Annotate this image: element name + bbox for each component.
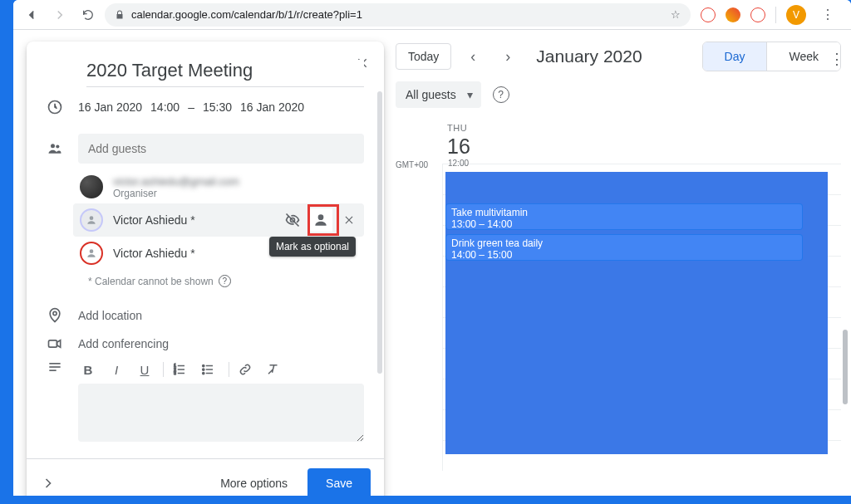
calendar-hidden-note: * Calendar cannot be shown	[88, 276, 214, 287]
start-date[interactable]: 16 Jan 2020	[78, 100, 142, 114]
numbered-list-button[interactable]: 123	[172, 362, 192, 377]
add-conferencing-button[interactable]: Add conferencing	[78, 337, 169, 350]
calendar-title: January 2020	[536, 46, 642, 66]
svg-point-1	[51, 144, 55, 148]
day-view-button[interactable]: Day	[703, 42, 768, 71]
ext-icon-1[interactable]	[701, 7, 716, 22]
guest-filter-dropdown[interactable]: All guests ▾	[396, 81, 481, 108]
prev-day-button[interactable]: ‹	[460, 48, 486, 66]
guest1-avatar	[80, 208, 103, 232]
bookmark-star-icon[interactable]: ☆	[671, 8, 681, 21]
clear-formatting-button[interactable]	[266, 362, 286, 377]
guest-row-2[interactable]: Victor Ashiedu *	[73, 237, 364, 270]
ext-icon-2[interactable]	[726, 7, 740, 22]
mark-optional-icon[interactable]	[309, 208, 332, 232]
browser-toolbar: calendar.google.com/calendar/b/1/r/creat…	[13, 0, 851, 30]
remove-guest-icon[interactable]	[337, 208, 361, 232]
svg-point-21	[203, 365, 204, 366]
expand-event-button[interactable]	[40, 475, 57, 492]
next-day-button[interactable]: ›	[494, 48, 521, 66]
svg-point-23	[203, 372, 204, 374]
svg-point-3	[90, 216, 94, 220]
view-toggle: Day Week	[702, 42, 841, 71]
browser-window: calendar.google.com/calendar/b/1/r/creat…	[13, 0, 851, 496]
description-icon	[43, 359, 66, 375]
organiser-avatar	[80, 175, 103, 198]
profile-avatar[interactable]: V	[786, 5, 806, 25]
clock-icon	[43, 99, 66, 115]
extension-icons: V ⋮	[696, 3, 844, 27]
svg-point-6	[90, 249, 94, 253]
svg-point-22	[203, 369, 204, 370]
guest-organiser[interactable]: victor.ashiedu@gmail.com Organiser	[73, 170, 364, 203]
people-icon	[43, 140, 66, 157]
italic-button[interactable]: I	[106, 363, 126, 377]
location-icon	[43, 307, 66, 324]
organiser-role: Organiser	[113, 188, 239, 199]
event-drink-green-tea[interactable]: Drink green tea daily 14:00 – 15:00	[445, 234, 803, 261]
more-menu-icon[interactable]: ⋮	[829, 50, 844, 68]
calendar-scrollbar[interactable]	[843, 330, 848, 404]
day-number: 16	[447, 135, 841, 159]
save-button[interactable]: Save	[307, 468, 371, 497]
address-bar[interactable]: calendar.google.com/calendar/b/1/r/creat…	[105, 3, 691, 27]
underline-button[interactable]: U	[135, 363, 155, 377]
svg-point-5	[318, 214, 324, 220]
hide-guest-icon[interactable]	[281, 208, 304, 232]
guest1-name: Victor Ashiedu *	[113, 213, 195, 227]
forward-button[interactable]	[48, 3, 71, 27]
add-guests-input[interactable]	[78, 134, 364, 164]
panel-scrollbar[interactable]	[377, 91, 382, 374]
svg-rect-8	[49, 340, 57, 347]
today-button[interactable]: Today	[396, 43, 451, 70]
svg-text:3: 3	[174, 371, 176, 375]
svg-point-2	[56, 144, 59, 148]
reload-button[interactable]	[76, 3, 100, 27]
event-take-multivitamin[interactable]: Take multivitamin 13:00 – 14:00	[445, 203, 803, 230]
event-quick-create-panel: 16 Jan 2020 14:00 – 15:30 16 Jan 2020	[27, 42, 384, 496]
description-textarea[interactable]	[78, 384, 364, 442]
help-icon[interactable]: ?	[219, 275, 231, 287]
hour-grid[interactable]: GMT+00 12:00 13:00 14:00 15:00 16:00 17:…	[396, 164, 841, 471]
calendar-day-view: ⋮ Today ‹ › January 2020 Day Week All gu…	[396, 37, 841, 496]
start-time[interactable]: 14:00	[150, 100, 180, 114]
end-time[interactable]: 15:30	[203, 100, 232, 114]
guest2-name: Victor Ashiedu *	[113, 247, 195, 260]
back-button[interactable]	[20, 3, 43, 27]
url-text: calendar.google.com/calendar/b/1/r/creat…	[131, 8, 362, 21]
add-location-button[interactable]: Add location	[78, 309, 142, 322]
schedule-help-icon[interactable]: ?	[493, 86, 509, 103]
bullet-list-button[interactable]	[200, 362, 220, 377]
toolbar-divider	[775, 7, 776, 23]
lock-icon	[115, 9, 125, 21]
bold-button[interactable]: B	[78, 363, 98, 377]
guest2-avatar	[80, 242, 103, 265]
browser-menu-icon[interactable]: ⋮	[816, 3, 839, 27]
day-of-week: THU	[447, 123, 841, 133]
svg-point-7	[53, 311, 57, 315]
ext-icon-3[interactable]	[750, 7, 765, 22]
video-icon	[43, 335, 66, 352]
organiser-email: victor.ashiedu@gmail.com	[113, 175, 239, 188]
event-title-input[interactable]	[86, 60, 364, 87]
end-date[interactable]: 16 Jan 2020	[240, 100, 304, 114]
rich-text-toolbar: B I U 123	[78, 359, 364, 384]
link-button[interactable]	[238, 362, 258, 377]
more-options-button[interactable]: More options	[209, 470, 299, 497]
chevron-down-icon: ▾	[467, 88, 473, 101]
guest-row-1[interactable]: Victor Ashiedu *	[73, 203, 364, 237]
timezone-label: GMT+00	[396, 160, 428, 169]
